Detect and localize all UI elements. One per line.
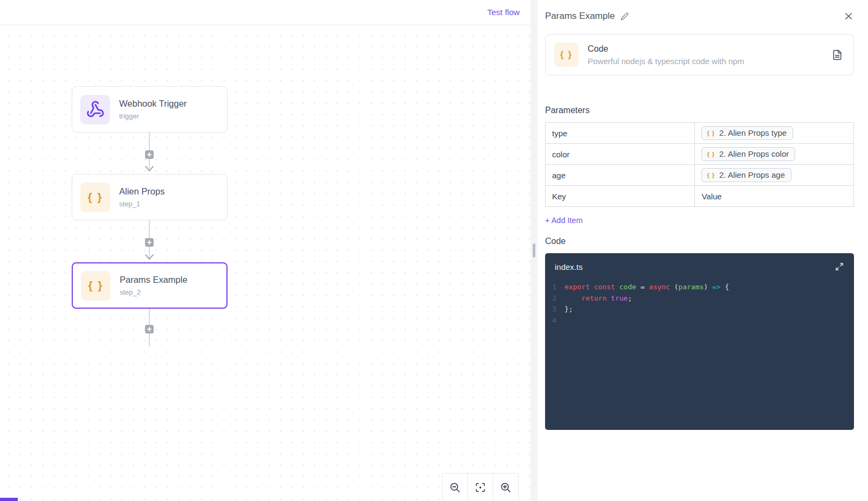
node-step-name: step_2 [120, 288, 188, 296]
param-placeholder-row: Key Value [546, 186, 854, 207]
node-alien-props[interactable]: { } Alien Props step_1 [72, 174, 228, 220]
panel-divider [531, 0, 538, 501]
expand-icon [835, 262, 844, 271]
node-params-example[interactable]: { } Params Example step_2 [72, 262, 228, 309]
zoom-out-icon [450, 482, 460, 493]
panel-header: Params Example [545, 0, 854, 22]
rename-step-button[interactable] [619, 11, 630, 22]
template-value-chip[interactable]: { }2. Alien Props type [701, 126, 793, 140]
node-step-name: step_1 [119, 200, 164, 208]
add-step-button[interactable] [145, 238, 154, 247]
piece-info-card: { } Code Powerful nodejs & typescript co… [545, 34, 854, 75]
connector-line [141, 133, 158, 174]
canvas-zoom-controls [442, 473, 519, 501]
zoom-in-icon [500, 482, 511, 493]
flow-canvas[interactable]: Webhook Trigger trigger { } [0, 25, 531, 501]
connector-line [141, 309, 158, 346]
code-heading: Code [545, 236, 854, 246]
parameters-table-body: type{ }2. Alien Props typecolor{ }2. Ali… [546, 123, 854, 207]
param-value-input[interactable]: Value [695, 186, 854, 207]
param-value-cell: { }2. Alien Props type [695, 123, 854, 144]
braces-icon: { } [707, 172, 715, 178]
param-key-input[interactable]: Key [546, 186, 695, 207]
expand-editor-button[interactable] [834, 261, 845, 272]
node-title: Webhook Trigger [119, 99, 187, 109]
node-step-name: trigger [119, 112, 187, 120]
piece-docs-button[interactable] [831, 48, 844, 61]
bottom-left-accent [0, 498, 18, 501]
param-value-cell: { }2. Alien Props color [695, 144, 854, 165]
file-text-icon [832, 50, 843, 60]
test-flow-button[interactable]: Test flow [487, 8, 520, 17]
parameters-heading: Parameters [545, 106, 854, 115]
pencil-icon [621, 12, 629, 20]
param-key-input[interactable]: age [546, 165, 695, 186]
braces-icon: { } [81, 271, 111, 301]
panel-resize-handle[interactable] [533, 243, 535, 258]
code-filename: index.ts [555, 262, 583, 272]
param-row: age{ }2. Alien Props age [546, 165, 854, 186]
param-row: color{ }2. Alien Props color [546, 144, 854, 165]
code-line: 3}; [545, 304, 854, 315]
param-key-input[interactable]: type [546, 123, 695, 144]
node-title: Alien Props [119, 186, 164, 197]
code-editor-header: index.ts [545, 253, 854, 277]
braces-icon: { } [80, 183, 110, 212]
zoom-out-button[interactable] [443, 474, 467, 501]
connector-line [141, 220, 158, 262]
webhook-icon [80, 95, 110, 124]
close-icon [844, 12, 853, 20]
code-lines[interactable]: 1export const code = async (params) => {… [545, 277, 854, 326]
param-key-input[interactable]: color [546, 144, 695, 165]
line-number: 3 [545, 304, 564, 315]
line-number: 2 [545, 293, 564, 304]
param-value-cell: { }2. Alien Props age [695, 165, 854, 186]
braces-icon: { } [707, 151, 715, 157]
parameters-table: type{ }2. Alien Props typecolor{ }2. Ali… [545, 122, 854, 207]
code-editor[interactable]: index.ts 1export const code = async (par… [545, 253, 854, 430]
braces-icon: { } [707, 130, 715, 136]
param-row: type{ }2. Alien Props type [546, 123, 854, 144]
line-number: 4 [545, 315, 564, 326]
code-line: 2 return true; [545, 293, 854, 304]
add-step-button[interactable] [145, 150, 154, 159]
flow-builder-region: Test flow Webhook Trigger trigger [0, 0, 531, 501]
piece-description: Powerful nodejs & typescript code with n… [588, 57, 744, 66]
step-settings-panel: Params Example { } Code Powerful nodejs … [538, 0, 868, 501]
code-line: 4 [545, 315, 854, 326]
piece-name: Code [588, 44, 744, 54]
close-panel-button[interactable] [843, 11, 854, 22]
zoom-in-button[interactable] [493, 474, 518, 501]
panel-title: Params Example [545, 11, 615, 22]
template-value-chip[interactable]: { }2. Alien Props age [701, 168, 791, 182]
line-number: 1 [545, 282, 564, 293]
node-title: Params Example [120, 275, 188, 285]
template-value-chip[interactable]: { }2. Alien Props color [701, 147, 795, 161]
add-item-button[interactable]: + Add Item [545, 216, 583, 225]
app-window: Test flow Webhook Trigger trigger [0, 0, 868, 501]
builder-topbar: Test flow [0, 0, 531, 25]
add-step-button[interactable] [145, 325, 154, 333]
braces-icon: { } [554, 43, 578, 67]
code-line: 1export const code = async (params) => { [545, 282, 854, 293]
fit-view-button[interactable] [467, 474, 493, 501]
node-webhook-trigger[interactable]: Webhook Trigger trigger [72, 86, 228, 133]
fit-view-icon [475, 482, 486, 493]
